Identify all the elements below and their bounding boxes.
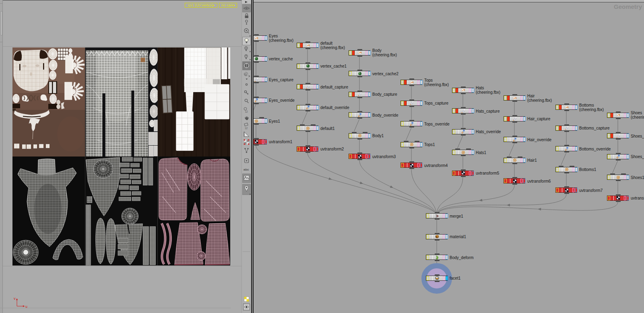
svg-text:v: v — [14, 297, 16, 301]
svg-text:abc: abc — [244, 168, 249, 171]
svg-text:u: u — [25, 305, 27, 309]
svg-text:12: 12 — [245, 110, 248, 113]
svg-text:12: 12 — [245, 127, 248, 130]
